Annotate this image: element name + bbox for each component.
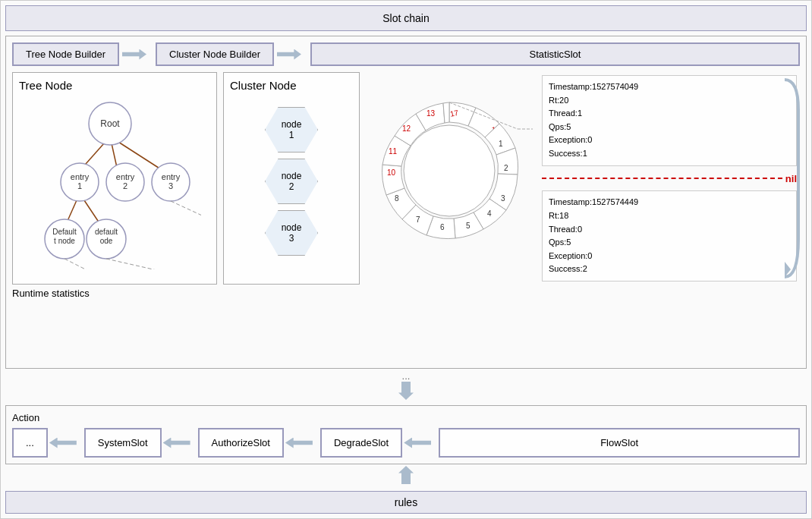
nil-dash-left bbox=[542, 178, 782, 179]
svg-text:4: 4 bbox=[487, 209, 492, 218]
tree-diagram: Root entry 1 entry 2 entry 3 bbox=[19, 95, 201, 269]
action-box-system: SystemSlot bbox=[84, 428, 162, 458]
svg-text:7: 7 bbox=[416, 215, 420, 224]
cluster-node-builder-box: Cluster Node Builder bbox=[156, 42, 274, 66]
panels-row: Tree Node Root bbox=[12, 72, 800, 285]
svg-text:t node: t node bbox=[54, 237, 75, 245]
stat1-success: Success:1 bbox=[549, 147, 790, 161]
svg-text:entry: entry bbox=[162, 172, 181, 181]
arrow-cluster-to-statistic bbox=[277, 47, 307, 62]
stat2-success: Success:2 bbox=[549, 263, 790, 276]
rules-bar: rules bbox=[5, 491, 807, 514]
stat1-thread: Thread:1 bbox=[549, 107, 790, 121]
cluster-node-title: Cluster Node bbox=[230, 79, 353, 92]
svg-text:default: default bbox=[95, 228, 118, 236]
arrow-degrade-flow bbox=[404, 436, 437, 451]
arrow-left-shape-4 bbox=[404, 438, 431, 448]
svg-text:6: 6 bbox=[440, 223, 445, 231]
action-row: ... SystemSlot AuthorizeSlot bbox=[12, 428, 800, 458]
stats-block-1: Timestamp:1527574049 Rt:20 Thread:1 Qps:… bbox=[542, 75, 797, 166]
degrade-slot-label: DegradeSlot bbox=[334, 437, 389, 448]
cluster-hex-3: node3 bbox=[265, 210, 318, 256]
svg-text:ode: ode bbox=[100, 237, 113, 245]
ellipsis-text: ... bbox=[402, 370, 411, 382]
stat1-timestamp: Timestamp:1527574049 bbox=[549, 80, 790, 94]
down-arrow-shape bbox=[398, 382, 414, 400]
svg-point-39 bbox=[404, 125, 495, 216]
action-label: Action bbox=[12, 412, 800, 423]
svg-text:Root: Root bbox=[100, 118, 120, 129]
svg-text:entry: entry bbox=[71, 172, 90, 181]
arrow-left-shape-1 bbox=[49, 438, 77, 448]
svg-line-24 bbox=[65, 259, 201, 269]
svg-text:1: 1 bbox=[77, 181, 82, 190]
top-section: Tree Node Builder Cluster Node Builder S… bbox=[5, 36, 807, 369]
statistic-panel: 17 16 1 2 3 4 bbox=[366, 72, 800, 285]
arrow-tree-to-cluster bbox=[122, 47, 153, 62]
statistic-slot-box: StatisticSlot bbox=[310, 42, 800, 66]
stat2-thread: Thread:0 bbox=[549, 223, 790, 237]
stat2-timestamp: Timestamp:1527574449 bbox=[549, 196, 790, 209]
svg-text:Default: Default bbox=[52, 228, 77, 236]
wheel-container: 17 16 1 2 3 4 bbox=[366, 72, 533, 269]
stat1-rt: Rt:20 bbox=[549, 94, 790, 108]
svg-text:3: 3 bbox=[501, 194, 505, 203]
action-box-dots: ... bbox=[12, 428, 48, 458]
stat1-exception: Exception:0 bbox=[549, 134, 790, 147]
arrow-left-shape-3 bbox=[285, 438, 313, 448]
svg-text:1: 1 bbox=[499, 140, 503, 148]
arrow-left-shape-2 bbox=[163, 438, 190, 448]
cluster-hex-2: node2 bbox=[265, 159, 318, 204]
svg-text:10: 10 bbox=[387, 168, 396, 177]
stats-info: Timestamp:1527574049 Rt:20 Thread:1 Qps:… bbox=[539, 72, 800, 285]
action-box-degrade: DegradeSlot bbox=[320, 428, 402, 458]
action-box-flow: FlowSlot bbox=[439, 428, 800, 458]
arrow-system-authorize bbox=[163, 436, 197, 451]
stat1-qps: Qps:5 bbox=[549, 121, 790, 134]
svg-text:12: 12 bbox=[402, 124, 411, 133]
tree-node-title: Tree Node bbox=[19, 79, 210, 92]
down-arrow-1: ... bbox=[5, 370, 807, 402]
wheel-diagram: 17 16 1 2 3 4 bbox=[366, 72, 533, 269]
svg-text:11: 11 bbox=[389, 147, 398, 156]
svg-text:13: 13 bbox=[426, 109, 436, 118]
arrow-dots-system bbox=[49, 436, 83, 451]
cluster-hex-1: node1 bbox=[265, 107, 318, 153]
tree-node-title-text: Tree Node bbox=[19, 79, 72, 92]
svg-text:2: 2 bbox=[504, 164, 508, 172]
builders-row: Tree Node Builder Cluster Node Builder S… bbox=[12, 42, 800, 66]
cluster-node-title-text: Cluster Node bbox=[230, 79, 297, 92]
action-box-authorize: AuthorizeSlot bbox=[198, 428, 284, 458]
tree-node-panel: Tree Node Root bbox=[12, 72, 217, 285]
svg-text:2: 2 bbox=[123, 181, 127, 190]
system-slot-label: SystemSlot bbox=[98, 437, 148, 448]
up-arrow-shape bbox=[398, 466, 414, 484]
runtime-statistics-text: Runtime statistics bbox=[12, 288, 90, 299]
cluster-node-panel: Cluster Node node1 node2 node3 bbox=[223, 72, 360, 285]
svg-text:3: 3 bbox=[168, 181, 173, 190]
slot-chain-title: Slot chain bbox=[382, 12, 429, 24]
up-arrow-container bbox=[5, 466, 807, 486]
rules-bar-text: rules bbox=[395, 496, 417, 508]
main-content: Tree Node Builder Cluster Node Builder S… bbox=[5, 36, 807, 488]
right-curve-arrow bbox=[783, 72, 800, 285]
svg-text:5: 5 bbox=[466, 222, 471, 230]
statistic-slot-label: StatisticSlot bbox=[530, 49, 581, 60]
slot-chain-header: Slot chain bbox=[5, 5, 807, 31]
arrow-authorize-degrade bbox=[285, 436, 319, 451]
nil-label: nil bbox=[542, 173, 797, 184]
action-section: Action ... SystemSlot AuthorizeSlot bbox=[5, 405, 807, 464]
svg-line-23 bbox=[106, 259, 201, 269]
flow-slot-label: FlowSlot bbox=[600, 437, 638, 448]
svg-text:entry: entry bbox=[116, 172, 135, 181]
stats-block-2: Timestamp:1527574449 Rt:18 Thread:0 Qps:… bbox=[542, 190, 797, 282]
cluster-node-builder-label: Cluster Node Builder bbox=[169, 49, 260, 60]
tree-node-builder-label: Tree Node Builder bbox=[26, 49, 105, 60]
action-label-text: Action bbox=[12, 412, 39, 423]
stat2-qps: Qps:5 bbox=[549, 236, 790, 250]
svg-text:8: 8 bbox=[395, 194, 399, 203]
authorize-slot-label: AuthorizeSlot bbox=[212, 437, 270, 448]
main-container: Slot chain Tree Node Builder Cluster Nod… bbox=[0, 0, 812, 519]
stat2-rt: Rt:18 bbox=[549, 209, 790, 223]
curve-svg bbox=[783, 72, 800, 285]
